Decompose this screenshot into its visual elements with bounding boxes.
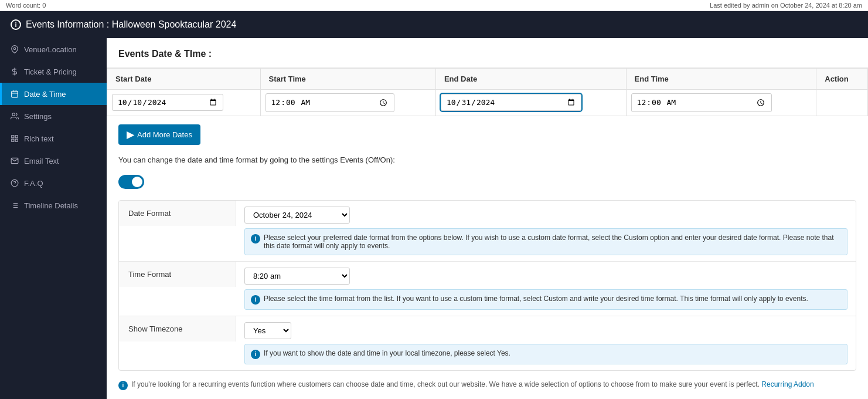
date-format-label: Date Format bbox=[119, 201, 236, 226]
calendar-icon bbox=[10, 89, 19, 99]
cell-end-time bbox=[626, 90, 816, 116]
last-edited: Last edited by admin on October 24, 2024… bbox=[710, 2, 862, 9]
sidebar-item-faq[interactable]: F.A.Q bbox=[0, 172, 107, 194]
sidebar-label: Rich text bbox=[24, 134, 54, 143]
dollar-icon bbox=[10, 67, 19, 76]
sidebar-item-rich-text[interactable]: Rich text bbox=[0, 127, 107, 150]
footer-info-icon: i bbox=[118, 381, 128, 390]
cell-start-date bbox=[107, 90, 261, 116]
add-dates-button[interactable]: ▶ Add More Dates bbox=[118, 124, 200, 145]
footer-note: i If you're looking for a recurring even… bbox=[118, 380, 856, 390]
cell-action bbox=[816, 90, 868, 116]
app-title: Events Information : Halloween Spooktacu… bbox=[26, 19, 236, 30]
time-format-control: 8:20 am 20:20 Custom i Please select the… bbox=[236, 262, 856, 316]
sidebar-label: F.A.Q bbox=[24, 179, 43, 188]
main-layout: Venue/Location Ticket & Pricing Date & T… bbox=[0, 38, 868, 399]
end-time-input[interactable] bbox=[631, 93, 772, 112]
col-action: Action bbox=[816, 69, 868, 90]
recurring-addon-link[interactable]: Recurring Addon bbox=[761, 380, 813, 388]
sidebar-item-date-time[interactable]: Date & Time bbox=[0, 83, 107, 105]
svg-point-0 bbox=[13, 48, 16, 50]
content-area: Events Date & TIme : Start Date Start Ti… bbox=[107, 38, 868, 399]
col-start-date: Start Date bbox=[107, 69, 261, 90]
col-end-time: End Time bbox=[626, 69, 816, 90]
show-timezone-label: Show Timezone bbox=[119, 316, 236, 341]
toggle-container bbox=[107, 173, 868, 200]
time-format-info: i Please select the time format from the… bbox=[244, 289, 847, 310]
date-format-info: i Please select your preferred date form… bbox=[244, 228, 847, 255]
svg-point-6 bbox=[12, 113, 15, 116]
event-toggle[interactable] bbox=[118, 175, 144, 189]
show-timezone-select[interactable]: Yes No bbox=[244, 322, 291, 339]
grid-icon bbox=[10, 134, 19, 143]
svg-rect-9 bbox=[15, 139, 18, 141]
time-format-row: Time Format 8:20 am 20:20 Custom i Pleas… bbox=[119, 262, 856, 316]
info-icon-time: i bbox=[251, 295, 260, 305]
col-start-time: Start Time bbox=[260, 69, 435, 90]
show-timezone-info-text: If you want to show the date and time in… bbox=[264, 349, 510, 357]
format-info-text: You can change the date and time format … bbox=[107, 153, 868, 173]
sidebar-label: Settings bbox=[24, 112, 52, 121]
start-time-input[interactable] bbox=[265, 93, 394, 112]
col-end-date: End Date bbox=[435, 69, 626, 90]
end-date-input[interactable] bbox=[441, 94, 581, 111]
start-date-input[interactable] bbox=[112, 94, 223, 111]
list-icon bbox=[10, 201, 19, 210]
cell-end-date bbox=[435, 90, 626, 116]
plus-icon: ▶ bbox=[127, 129, 134, 140]
date-format-select[interactable]: October 24, 2024 10/24/2024 24 October 2… bbox=[244, 207, 350, 224]
info-icon-timezone: i bbox=[251, 350, 260, 359]
sidebar-item-venue-location[interactable]: Venue/Location bbox=[0, 38, 107, 60]
sidebar-label: Venue/Location bbox=[24, 45, 77, 54]
dates-table: Start Date Start Time End Date End Time … bbox=[107, 68, 868, 116]
sidebar-label: Ticket & Pricing bbox=[24, 67, 77, 76]
svg-rect-7 bbox=[12, 136, 14, 138]
footer-note-text: If you're looking for a recurring events… bbox=[131, 380, 814, 388]
time-format-label: Time Format bbox=[119, 262, 236, 287]
sidebar-label: Email Text bbox=[24, 157, 59, 165]
toggle-slider bbox=[118, 175, 144, 189]
cell-start-time bbox=[260, 90, 435, 116]
time-format-info-text: Please select the time format from the l… bbox=[264, 295, 808, 303]
sidebar-label: Timeline Details bbox=[24, 201, 78, 210]
sidebar-item-timeline-details[interactable]: Timeline Details bbox=[0, 194, 107, 217]
app-header: i Events Information : Halloween Spookta… bbox=[0, 11, 868, 38]
table-row bbox=[107, 90, 868, 116]
users-icon bbox=[10, 111, 19, 121]
circle-question-icon bbox=[10, 178, 19, 188]
section-title: Events Date & TIme : bbox=[107, 38, 868, 68]
settings-section: Date Format October 24, 2024 10/24/2024 … bbox=[118, 200, 856, 371]
date-format-info-text: Please select your preferred date format… bbox=[264, 234, 841, 250]
show-timezone-row: Show Timezone Yes No i If you want to sh… bbox=[119, 316, 856, 370]
show-timezone-control: Yes No i If you want to show the date an… bbox=[236, 316, 856, 370]
svg-rect-10 bbox=[12, 139, 14, 141]
sidebar-item-settings[interactable]: Settings bbox=[0, 105, 107, 127]
version-tag: #WC:935 bbox=[107, 396, 868, 399]
show-timezone-info: i If you want to show the date and time … bbox=[244, 344, 847, 364]
status-bar: Word count: 0 Last edited by admin on Oc… bbox=[0, 0, 868, 11]
add-dates-label: Add More Dates bbox=[137, 130, 192, 139]
sidebar: Venue/Location Ticket & Pricing Date & T… bbox=[0, 38, 107, 399]
map-pin-icon bbox=[10, 45, 19, 54]
envelope-icon bbox=[10, 156, 19, 165]
svg-rect-2 bbox=[12, 91, 18, 97]
date-format-row: Date Format October 24, 2024 10/24/2024 … bbox=[119, 201, 856, 262]
word-count: Word count: 0 bbox=[6, 2, 46, 9]
sidebar-label: Date & Time bbox=[24, 90, 66, 99]
date-format-control: October 24, 2024 10/24/2024 24 October 2… bbox=[236, 201, 856, 261]
info-icon-date: i bbox=[251, 234, 260, 244]
sidebar-item-email-text[interactable]: Email Text bbox=[0, 150, 107, 172]
time-format-select[interactable]: 8:20 am 20:20 Custom bbox=[244, 268, 350, 285]
svg-rect-8 bbox=[15, 136, 18, 138]
info-icon: i bbox=[11, 19, 21, 30]
sidebar-item-ticket-pricing[interactable]: Ticket & Pricing bbox=[0, 60, 107, 83]
